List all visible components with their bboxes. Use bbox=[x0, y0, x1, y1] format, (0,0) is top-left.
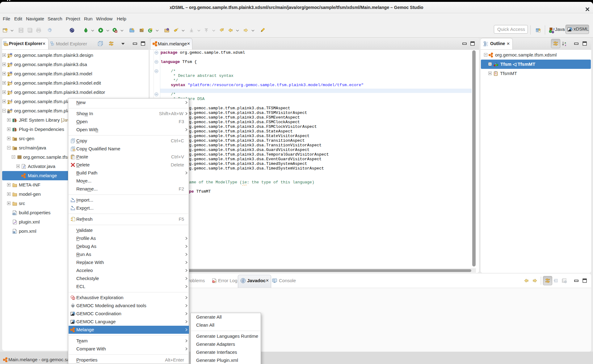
svg-text:S: S bbox=[73, 297, 74, 300]
svg-text:010: 010 bbox=[13, 213, 15, 215]
svg-text:M: M bbox=[10, 71, 12, 74]
svg-text:J: J bbox=[23, 165, 25, 169]
svg-text:J: J bbox=[11, 81, 12, 83]
svg-text:M: M bbox=[13, 231, 15, 233]
svg-text:M: M bbox=[10, 53, 12, 56]
svg-text:J: J bbox=[553, 27, 555, 31]
svg-text:J: J bbox=[11, 90, 12, 93]
svg-text:z: z bbox=[565, 44, 566, 46]
svg-text:J: J bbox=[11, 99, 12, 102]
svg-text:M: M bbox=[72, 304, 74, 308]
